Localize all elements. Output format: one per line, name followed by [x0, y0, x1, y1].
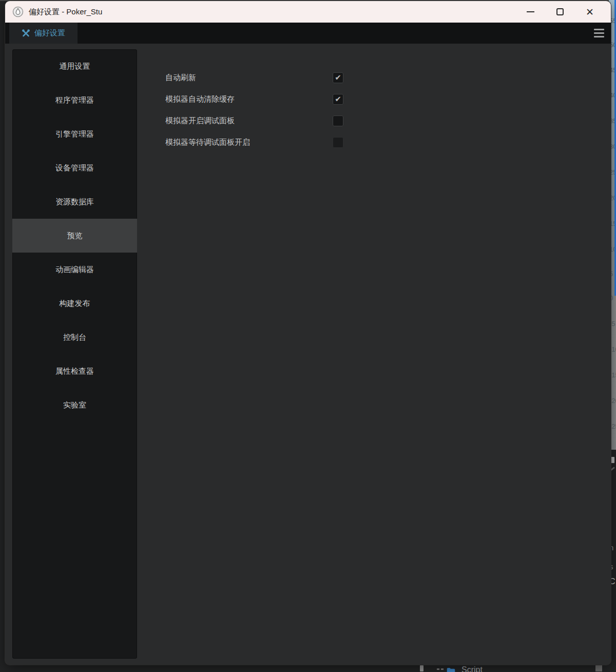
- close-button[interactable]: ✕: [575, 1, 605, 23]
- setting-label: 模拟器自动清除缓存: [165, 94, 235, 104]
- tree-toggle-icon: [441, 668, 444, 670]
- assets-scrollbar-thumb[interactable]: [420, 665, 424, 671]
- minimize-icon: [527, 11, 534, 12]
- minimize-button[interactable]: [515, 1, 545, 23]
- auto-refresh-checkbox[interactable]: ✔: [333, 72, 343, 83]
- window-title: 偏好设置 - Poker_Stu: [29, 7, 102, 17]
- setting-row-auto-refresh: 自动刷新 ✔: [165, 72, 343, 83]
- simulator-clear-cache-checkbox[interactable]: ✔: [333, 94, 343, 105]
- sidebar-item-asset-database[interactable]: 资源数据库: [12, 185, 137, 219]
- titlebar[interactable]: 偏好设置 - Poker_Stu ✕: [5, 1, 611, 23]
- setting-label: 模拟器等待调试面板开启: [165, 138, 250, 147]
- tab-preferences[interactable]: 偏好设置: [9, 23, 78, 44]
- sidebar-item-console[interactable]: 控制台: [12, 320, 137, 354]
- close-icon: ✕: [586, 7, 594, 17]
- setting-row-wait-debug-panel: 模拟器等待调试面板开启: [165, 137, 343, 148]
- setting-label: 模拟器开启调试面板: [165, 116, 235, 126]
- check-icon: ✔: [335, 73, 341, 81]
- tab-preferences-label: 偏好设置: [34, 28, 65, 38]
- tools-icon: [22, 29, 30, 37]
- menu-button[interactable]: [594, 28, 604, 39]
- assets-right-scrollbar[interactable]: [595, 665, 602, 671]
- preferences-dialog: 偏好设置 - Poker_Stu ✕ 偏好设置: [5, 1, 611, 665]
- setting-row-clear-cache: 模拟器自动清除缓存 ✔: [165, 94, 343, 105]
- sidebar-item-preview[interactable]: 预览: [12, 219, 137, 253]
- preview-settings-panel: 自动刷新 ✔ 模拟器自动清除缓存 ✔ 模拟器开启调试面板 模拟器等待调试面板开启: [165, 72, 343, 159]
- sidebar-item-engine-manager[interactable]: 引擎管理器: [12, 117, 137, 151]
- sidebar-item-laboratory[interactable]: 实验室: [12, 388, 137, 422]
- background-assets-strip: Script: [0, 665, 616, 672]
- sidebar-item-build-publish[interactable]: 构建发布: [12, 286, 137, 320]
- hamburger-icon: [594, 36, 604, 37]
- maximize-icon: [556, 8, 564, 15]
- sidebar-item-program-manager[interactable]: 程序管理器: [12, 83, 137, 117]
- sidebar-item-inspector[interactable]: 属性检查器: [12, 354, 137, 388]
- hamburger-icon: [594, 32, 604, 34]
- sidebar-item-animation-editor[interactable]: 动画编辑器: [12, 253, 137, 286]
- sidebar-item-device-manager[interactable]: 设备管理器: [12, 151, 137, 185]
- tab-strip: 偏好设置: [5, 23, 611, 44]
- folder-icon: [446, 666, 456, 672]
- preferences-sidebar: 通用设置 程序管理器 引擎管理器 设备管理器 资源数据库 预览 动画编辑器 构建…: [12, 49, 137, 659]
- window-controls: ✕: [515, 1, 611, 23]
- sidebar-item-general[interactable]: 通用设置: [12, 49, 137, 83]
- simulator-wait-debug-checkbox: [333, 137, 343, 148]
- app-logo-icon: [12, 6, 24, 17]
- setting-row-debug-panel: 模拟器开启调试面板: [165, 116, 343, 126]
- assets-item-label[interactable]: Script: [461, 665, 483, 672]
- setting-label: 自动刷新: [165, 73, 196, 83]
- simulator-debug-panel-checkbox[interactable]: [333, 116, 343, 126]
- hamburger-icon: [594, 29, 604, 30]
- check-icon: ✔: [335, 95, 341, 103]
- maximize-button[interactable]: [545, 1, 575, 23]
- tree-toggle-icon: [437, 668, 439, 670]
